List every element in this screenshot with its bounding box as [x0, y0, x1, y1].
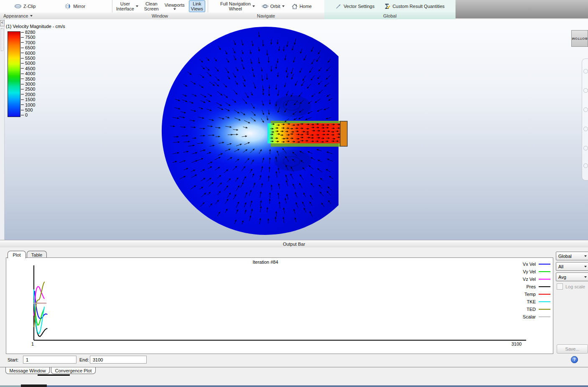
plot-legend: Vx VelVy VelVz VelPresTempTKETEDScalar: [514, 260, 550, 321]
legend-entry: Vy Vel: [514, 268, 550, 275]
nozzle-cap: [340, 121, 347, 146]
legend-entry: Pres: [514, 283, 550, 290]
orbit-button[interactable]: Orbit: [260, 2, 286, 10]
splitter-grab-handle[interactable]: [1, 28, 3, 51]
vector-arrow-icon: [335, 3, 342, 10]
zclip-button[interactable]: Z-Clip: [13, 3, 37, 10]
colorbar: [8, 31, 20, 117]
tab-plot[interactable]: Plot: [8, 251, 26, 258]
status-bar-segment-dark: [21, 384, 47, 387]
chevron-down-icon: [584, 255, 587, 257]
flow-svg: [0, 19, 588, 240]
home-icon: [291, 3, 298, 10]
orbit-icon: [262, 3, 269, 10]
colorbar-tick: 7000: [21, 41, 35, 45]
steering-wheel-icon[interactable]: [583, 69, 588, 74]
group-label-appearance[interactable]: Appearance: [0, 13, 112, 19]
x-axis-end-label: 3100: [506, 341, 527, 346]
group-label-global: Global: [324, 13, 456, 19]
zclip-label: Z-Clip: [23, 4, 36, 9]
colorbar-tick: 1500: [21, 97, 35, 102]
log-scale-checkbox[interactable]: Log scale: [557, 283, 585, 290]
tab-message-window[interactable]: Message Window: [5, 367, 50, 374]
link-views-button[interactable]: Link Views: [189, 0, 205, 12]
colorbar-tick: 0: [21, 113, 28, 117]
chevron-down-icon: [30, 15, 33, 17]
colorbar-tick: 3500: [21, 77, 35, 81]
colorbar-tick: 6500: [21, 46, 35, 50]
nav-wheel-button[interactable]: Full Navigation Wheel: [219, 0, 257, 12]
colorbar-tick: 1000: [21, 103, 35, 107]
jet-edge-bottom: [271, 143, 340, 147]
convergence-plot-area: Iteration #84 1 3100 Vx VelVy VelVz VelP…: [6, 257, 553, 354]
mirror-icon: [64, 3, 71, 10]
colorbar-tick: 500: [21, 108, 33, 112]
colorbar-tick: 6000: [21, 51, 35, 55]
ribbon-group-navigate: Full Navigation Wheel Orbit: [208, 0, 325, 19]
status-bar-segment-teal: [0, 385, 21, 387]
rewind-icon[interactable]: [583, 163, 588, 168]
end-label: End:: [79, 357, 89, 362]
save-button[interactable]: Save...: [557, 344, 588, 354]
end-input[interactable]: [90, 356, 147, 364]
aggregate-dropdown[interactable]: Avg: [556, 272, 588, 281]
mirror-label: Mirror: [73, 4, 85, 9]
ribbon-group-window: User Interface Clean Screen Viewports: [112, 0, 208, 19]
collapse-panel-button[interactable]: <: [0, 20, 5, 26]
output-bar-label: Output Bar: [283, 242, 305, 247]
colorbar-title: (1) Velocity Magnitude - cm/s: [6, 24, 65, 29]
viewports-button[interactable]: Viewports: [163, 2, 186, 11]
legend-entry: TED: [514, 306, 550, 313]
output-bar-divider[interactable]: Output Bar: [0, 240, 588, 248]
legend-entry: Vx Vel: [514, 260, 550, 268]
colorbar-tick: 4000: [21, 71, 35, 76]
start-input[interactable]: [23, 356, 76, 364]
home-button[interactable]: Home: [290, 3, 313, 10]
viewcube[interactable]: BOTTOM: [571, 30, 588, 47]
ribbon-empty-area: [456, 0, 588, 19]
navigation-bar[interactable]: [582, 59, 588, 181]
tab-convergence-plot[interactable]: Convergence Plot: [51, 367, 96, 374]
user-interface-button[interactable]: User Interface: [115, 0, 140, 12]
legend-entry: Scalar: [514, 313, 550, 321]
ribbon-group-global: Vector Settings Custom Result Quantities…: [324, 0, 456, 19]
active-tab-underline: [38, 374, 70, 376]
colorbar-tick: 4500: [21, 66, 35, 71]
colorbar-tick: 2000: [21, 92, 35, 97]
colorbar-tick: 5000: [21, 61, 35, 65]
output-panel: Plot Table Iteration #84 1 3100 Vx VelVy…: [0, 247, 588, 387]
plot-curves: [34, 282, 47, 336]
status-bar-line: [47, 385, 588, 387]
colorbar-tick: 5500: [21, 56, 35, 60]
custom-result-quantities-button[interactable]: Custom Result Quantities: [382, 2, 446, 10]
sigma-pencil-icon: [384, 3, 391, 10]
clean-screen-button[interactable]: Clean Screen: [143, 0, 160, 12]
legend-entry: TKE: [514, 298, 550, 306]
colorbar-tick: 2500: [21, 87, 35, 91]
start-label: Start:: [8, 357, 18, 362]
graphics-viewport: < (1) Velocity Magnitude - cm/s 82807500…: [0, 19, 588, 240]
chevron-down-icon: [584, 276, 587, 278]
pan-hand-icon[interactable]: [583, 88, 588, 93]
colorbar-tick: 8280: [21, 30, 35, 34]
chevron-down-icon: [136, 5, 138, 7]
group-label-window: Window: [112, 13, 208, 19]
chevron-down-icon: [252, 5, 255, 7]
orbit-tool-icon[interactable]: [583, 127, 588, 131]
ribbon-group-appearance: Z-Clip Mirror Appearance: [0, 0, 112, 19]
legend-entry: Temp: [514, 290, 550, 298]
legend-entry: Vz Vel: [514, 275, 550, 283]
help-icon[interactable]: ?: [571, 356, 578, 363]
zclip-icon: [14, 3, 22, 9]
viewcube-face-label: BOTTOM: [572, 37, 588, 41]
quantity-dropdown[interactable]: All: [556, 262, 588, 271]
zoom-icon[interactable]: [583, 107, 588, 112]
mirror-button[interactable]: Mirror: [62, 2, 87, 10]
look-at-icon[interactable]: [583, 146, 588, 150]
chevron-down-icon: [282, 5, 285, 7]
checkbox-icon[interactable]: [557, 283, 563, 290]
vector-settings-button[interactable]: Vector Settings: [333, 2, 376, 10]
chevron-down-icon: [173, 8, 176, 10]
left-panel-splitter[interactable]: [0, 19, 5, 240]
scope-dropdown[interactable]: Global: [556, 252, 588, 260]
